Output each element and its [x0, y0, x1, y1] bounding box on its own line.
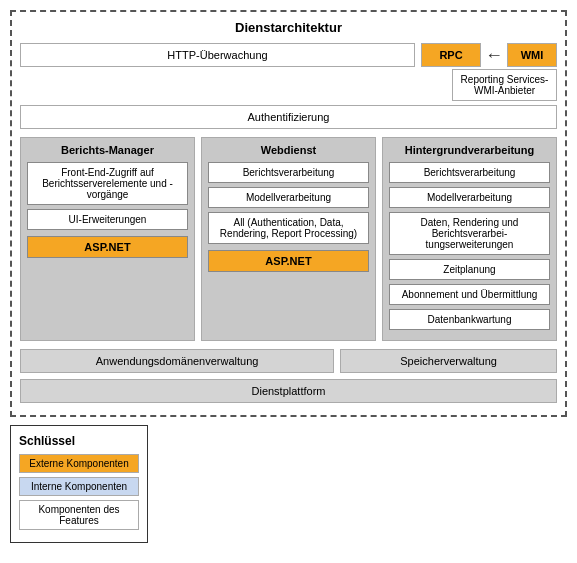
three-columns: Berichts-Manager Front-End-Zugriff auf B…	[20, 137, 557, 341]
col1-item-1: UI-Erweiterungen	[27, 209, 188, 230]
rpc-wmi-area: RPC ← WMI	[421, 43, 557, 67]
auth-box: Authentifizierung	[20, 105, 557, 129]
col2-item-1: Modellverarbeitung	[208, 187, 369, 208]
col-berichts-manager: Berichts-Manager Front-End-Zugriff auf B…	[20, 137, 195, 341]
speicher-box: Speicherverwaltung	[340, 349, 557, 373]
wmi-box: WMI	[507, 43, 557, 67]
col1-title: Berichts-Manager	[27, 144, 188, 156]
legend-container: Schlüssel Externe Komponenten Interne Ko…	[10, 425, 148, 543]
platform-box: Dienstplattform	[20, 379, 557, 403]
main-title: Dienstarchitektur	[20, 20, 557, 35]
bottom-management-row: Anwendungsdomänenverwaltung Speicherverw…	[20, 349, 557, 373]
col2-title: Webdienst	[208, 144, 369, 156]
col3-item-0: Berichtsverarbeitung	[389, 162, 550, 183]
col-hintergrund: Hintergrundverarbeitung Berichtsverarbei…	[382, 137, 557, 341]
anwendung-box: Anwendungsdomänenverwaltung	[20, 349, 334, 373]
col1-item-0: Front-End-Zugriff auf Berichtsserver­ele…	[27, 162, 188, 205]
legend-item-0: Externe Komponenten	[19, 454, 139, 473]
legend-orange-box: Externe Komponenten	[19, 454, 139, 473]
col1-asp: ASP.NET	[27, 236, 188, 258]
col3-title: Hintergrundverarbeitung	[389, 144, 550, 156]
legend-item-2: Komponenten des Features	[19, 500, 139, 530]
col3-item-5: Datenbankwartung	[389, 309, 550, 330]
rpc-box: RPC	[421, 43, 481, 67]
col2-item-2: All (Authentication, Data, Rendering, Re…	[208, 212, 369, 244]
main-architecture-container: Dienstarchitektur HTTP-Überwachung RPC ←…	[10, 10, 567, 417]
col-webdienst: Webdienst Berichtsverarbeitung Modellver…	[201, 137, 376, 341]
col2-asp: ASP.NET	[208, 250, 369, 272]
wmi-reporting-box: Reporting Services-WMI-Anbieter	[452, 69, 557, 101]
http-rpc-row: HTTP-Überwachung RPC ← WMI	[20, 43, 557, 67]
legend-item-1: Interne Komponenten	[19, 477, 139, 496]
col2-item-0: Berichtsverarbeitung	[208, 162, 369, 183]
arrow-left-icon: ←	[485, 45, 503, 66]
http-box: HTTP-Überwachung	[20, 43, 415, 67]
col3-item-1: Modellverarbeitung	[389, 187, 550, 208]
legend-title: Schlüssel	[19, 434, 139, 448]
legend-blue-box: Interne Komponenten	[19, 477, 139, 496]
col3-item-3: Zeitplanung	[389, 259, 550, 280]
legend-white-box: Komponenten des Features	[19, 500, 139, 530]
col3-item-2: Daten, Rendering und Berichtsverarbei­tu…	[389, 212, 550, 255]
col3-item-4: Abonnement und Übermittlung	[389, 284, 550, 305]
